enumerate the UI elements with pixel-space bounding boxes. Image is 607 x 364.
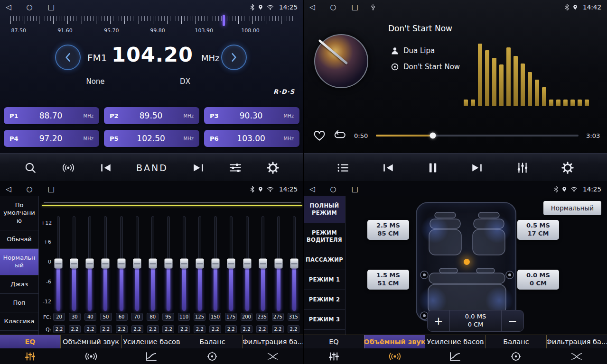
- balance-tab-icon[interactable]: [182, 351, 243, 362]
- eq-band-slider[interactable]: [258, 216, 268, 311]
- eq-tab-icon[interactable]: [0, 352, 61, 361]
- back-icon[interactable]: ◁: [6, 4, 11, 11]
- front-right-delay-button[interactable]: 0.5 MS 17 CM: [517, 220, 559, 240]
- eq-band-handle[interactable]: [196, 259, 204, 269]
- eq-band-handle[interactable]: [149, 259, 157, 269]
- eq-band-slider[interactable]: [132, 216, 142, 311]
- seek-up-button[interactable]: [221, 45, 247, 70]
- eq-tab-icon[interactable]: [304, 352, 364, 361]
- home-icon[interactable]: ○: [330, 4, 336, 11]
- eq-preset-item[interactable]: Нормальный: [0, 249, 38, 275]
- surround-mode-item[interactable]: РЕЖИМ 1: [304, 270, 345, 290]
- recents-icon[interactable]: □: [352, 186, 358, 193]
- previous-track-icon[interactable]: [382, 163, 394, 173]
- eq-band-slider[interactable]: [69, 216, 79, 311]
- eq-band-handle[interactable]: [243, 259, 251, 269]
- seek-down-button[interactable]: [55, 45, 81, 70]
- eq-band-handle[interactable]: [290, 259, 298, 269]
- recents-icon[interactable]: □: [352, 4, 358, 11]
- audio-tab[interactable]: EQ: [0, 335, 60, 348]
- eq-band-handle[interactable]: [117, 259, 125, 269]
- album-art[interactable]: [314, 34, 368, 88]
- eq-band-handle[interactable]: [133, 259, 141, 269]
- eq-band-handle[interactable]: [227, 259, 235, 269]
- eq-band-slider[interactable]: [163, 216, 174, 311]
- previous-icon[interactable]: [100, 163, 112, 173]
- radio-preset-button[interactable]: P497.20MHz: [4, 130, 99, 147]
- front-left-delay-button[interactable]: 2.5 MS 85 CM: [367, 220, 409, 240]
- bass-boost-tab-icon[interactable]: [425, 352, 486, 361]
- eq-band-handle[interactable]: [86, 259, 94, 269]
- eq-band-handle[interactable]: [212, 259, 220, 269]
- eq-preset-item[interactable]: Джаз: [0, 275, 38, 294]
- rear-left-delay-button[interactable]: 1.5 MS 51 CM: [367, 270, 409, 290]
- eq-band-handle[interactable]: [180, 259, 188, 269]
- surround-mode-item[interactable]: РЕЖИМ ВОДИТЕЛЯ: [304, 223, 345, 250]
- audio-tab[interactable]: Фильтрация ба...: [243, 335, 303, 348]
- settings-gear-icon[interactable]: [267, 162, 279, 174]
- decrease-delay-button[interactable]: −: [502, 310, 523, 331]
- radio-preset-button[interactable]: P5102.50MHz: [104, 130, 199, 147]
- audio-tab[interactable]: EQ: [304, 335, 364, 348]
- eq-band-slider[interactable]: [116, 216, 127, 311]
- home-icon[interactable]: ○: [330, 186, 336, 193]
- crossover-tab-icon[interactable]: [243, 352, 303, 361]
- band-button[interactable]: BAND: [136, 163, 168, 173]
- search-icon[interactable]: [24, 162, 37, 174]
- listening-position-dot[interactable]: [464, 259, 470, 265]
- back-icon[interactable]: ◁: [309, 186, 315, 193]
- audio-tab[interactable]: Усиление басов: [425, 335, 486, 348]
- audio-tab[interactable]: Объёмный звук: [364, 335, 425, 348]
- eq-band-handle[interactable]: [70, 259, 78, 269]
- eq-preset-item[interactable]: По умолчанию: [0, 196, 38, 230]
- audio-settings-icon[interactable]: [229, 162, 242, 173]
- eq-band-slider[interactable]: [84, 216, 95, 311]
- surround-mode-item[interactable]: РЕЖИМ 3: [304, 310, 345, 330]
- surround-mode-item[interactable]: ПАССАЖИР: [304, 250, 345, 270]
- back-icon[interactable]: ◁: [309, 4, 315, 11]
- eq-band-slider[interactable]: [289, 216, 299, 311]
- radio-preset-button[interactable]: P289.50MHz: [104, 107, 199, 124]
- eq-band-slider[interactable]: [53, 216, 64, 311]
- repeat-icon[interactable]: [333, 130, 346, 141]
- eq-band-handle[interactable]: [102, 259, 110, 269]
- eq-band-handle[interactable]: [259, 259, 267, 269]
- eq-band-slider[interactable]: [148, 216, 158, 311]
- audio-tab[interactable]: Объёмный звук: [60, 335, 121, 348]
- bass-boost-tab-icon[interactable]: [121, 352, 182, 361]
- audio-tab[interactable]: Баланс: [182, 335, 243, 348]
- increase-delay-button[interactable]: +: [428, 310, 449, 331]
- audio-tab[interactable]: Баланс: [486, 335, 546, 348]
- eq-band-slider[interactable]: [195, 216, 205, 311]
- progress-slider[interactable]: [376, 132, 579, 139]
- recents-icon[interactable]: □: [48, 4, 55, 11]
- progress-knob[interactable]: [430, 133, 436, 139]
- frequency-scale[interactable]: 87.50 91.60 95.70 99.80 103.90 108.00: [4, 16, 299, 40]
- eq-band-slider[interactable]: [210, 216, 221, 311]
- surround-tab-icon[interactable]: [61, 352, 121, 361]
- rear-right-delay-button[interactable]: 0.0 MS 0 CM: [517, 270, 559, 290]
- back-icon[interactable]: ◁: [6, 186, 11, 193]
- home-icon[interactable]: ○: [27, 4, 33, 11]
- surround-tab-icon[interactable]: [364, 352, 425, 361]
- eq-preset-item[interactable]: Классика: [0, 312, 38, 331]
- next-track-icon[interactable]: [471, 163, 483, 173]
- home-icon[interactable]: ○: [27, 186, 33, 193]
- mixer-icon[interactable]: [516, 162, 529, 173]
- radio-preset-button[interactable]: P390.30MHz: [204, 107, 299, 124]
- radio-preset-button[interactable]: P6103.00MHz: [204, 130, 299, 147]
- audio-tab[interactable]: Усиление басов: [121, 335, 182, 348]
- favorite-heart-icon[interactable]: [313, 130, 326, 141]
- balance-tab-icon[interactable]: [486, 351, 546, 362]
- eq-band-handle[interactable]: [55, 259, 63, 269]
- radio-preset-button[interactable]: P188.70MHz: [4, 107, 99, 124]
- surround-mode-item[interactable]: ПОЛНЫЙ РЕЖИМ: [304, 196, 345, 223]
- eq-band-handle[interactable]: [164, 259, 172, 269]
- playlist-icon[interactable]: [337, 163, 349, 173]
- recents-icon[interactable]: □: [48, 186, 55, 193]
- settings-gear-icon[interactable]: [561, 162, 574, 174]
- sound-profile-button[interactable]: Нормальный: [543, 201, 601, 215]
- eq-preset-item[interactable]: Обычай: [0, 230, 38, 249]
- crossover-tab-icon[interactable]: [546, 352, 607, 361]
- broadcast-icon[interactable]: [61, 162, 75, 173]
